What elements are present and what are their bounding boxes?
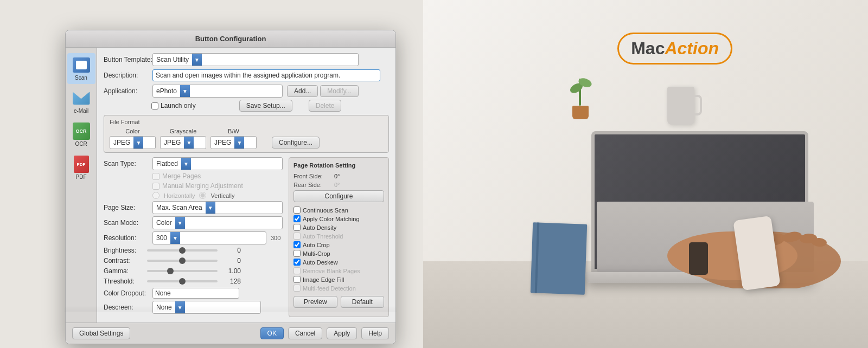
brightness-value: 0 [222, 247, 241, 254]
merge-pages-label: Merge Pages [162, 172, 201, 180]
auto-threshold-checkbox[interactable] [293, 233, 301, 240]
bw-format-label: B/W [228, 128, 239, 134]
bw-format-arrow[interactable]: ▼ [234, 137, 244, 149]
scan-mode-arrow[interactable]: ▼ [175, 217, 185, 229]
remove-blank-pages-checkbox[interactable] [293, 267, 301, 274]
sidebar-item-scan[interactable]: Scan [67, 53, 95, 84]
contrast-slider[interactable] [147, 260, 218, 262]
auto-deskew-checkbox[interactable] [293, 259, 301, 266]
plant-decoration [564, 54, 597, 119]
gamma-label: Gamma: [104, 267, 147, 275]
description-row: Description: [104, 69, 389, 81]
scan-type-arrow[interactable]: ▼ [181, 158, 191, 170]
application-value: ePhoto [153, 86, 180, 96]
cancel-button[interactable]: Cancel [288, 327, 322, 339]
save-setup-button[interactable]: Save Setup... [239, 100, 292, 112]
scan-mode-dropdown[interactable]: Color ▼ [152, 216, 283, 229]
dialog-titlebar: Button Configuration [66, 30, 395, 48]
image-edge-fill-checkbox[interactable] [293, 276, 301, 283]
apply-button[interactable]: Apply [327, 327, 357, 339]
continuous-scan-label: Continuous Scan [303, 207, 348, 214]
button-template-arrow[interactable]: ▼ [192, 54, 202, 66]
rear-side-value: 0° [334, 182, 340, 188]
description-label: Description: [104, 72, 152, 79]
configure-rotation-button[interactable]: Configure [293, 190, 384, 202]
grayscale-format-dropdown[interactable]: JPEG ▼ [160, 136, 206, 149]
auto-density-label: Auto Density [303, 224, 336, 231]
ok-button[interactable]: OK [260, 327, 284, 339]
sidebar: Scan e-Mail OCR OCR PDF PDF [66, 48, 97, 323]
dialog-body: Scan e-Mail OCR OCR PDF PDF [66, 48, 395, 323]
svg-rect-2 [689, 242, 708, 275]
remove-blank-pages-label: Remove Blank Pages [303, 268, 360, 274]
sidebar-item-ocr[interactable]: OCR OCR [67, 119, 95, 150]
launch-only-label: Launch only [161, 102, 196, 109]
button-template-label: Button Template: [104, 56, 152, 63]
auto-density-checkbox[interactable] [293, 224, 301, 231]
global-settings-button[interactable]: Global Settings [72, 327, 130, 339]
multi-crop-row: Multi-Crop [293, 250, 384, 257]
multi-crop-checkbox[interactable] [293, 250, 301, 257]
merge-pages-checkbox[interactable] [152, 173, 159, 180]
color-dropout-select[interactable]: None [152, 288, 239, 299]
color-format-value: JPEG [110, 138, 133, 147]
apply-color-matching-checkbox[interactable] [293, 215, 301, 222]
file-format-section: File Format Color JPEG ▼ Grayscale JPEG [104, 115, 389, 153]
auto-crop-checkbox[interactable] [293, 241, 301, 248]
continuous-scan-checkbox[interactable] [293, 207, 301, 214]
brightness-slider[interactable] [147, 249, 218, 252]
scan-type-label: Scan Type: [104, 160, 152, 167]
manual-merging-label: Manual Merging Adjustment [162, 182, 243, 190]
pdf-icon-img: PDF [74, 156, 89, 173]
vertically-radio[interactable] [199, 192, 206, 199]
page-size-dropdown[interactable]: Max. Scan Area ▼ [152, 201, 283, 214]
bw-format-dropdown[interactable]: JPEG ▼ [210, 136, 257, 149]
application-arrow[interactable]: ▼ [180, 85, 190, 97]
modify-button[interactable]: Modify... [320, 85, 358, 97]
button-template-dropdown[interactable]: Scan Utility ▼ [152, 53, 359, 66]
delete-button[interactable]: Delete [309, 100, 342, 112]
gamma-slider[interactable] [147, 270, 218, 272]
orientation-radio-group: Horizontally Vertically [152, 192, 283, 199]
sidebar-item-email[interactable]: e-Mail [67, 86, 95, 117]
front-side-row: Front Side: 0° [293, 173, 384, 179]
resolution-dropdown[interactable]: 300 ▼ [152, 231, 266, 244]
page-size-row: Page Size: Max. Scan Area ▼ [104, 201, 283, 214]
description-input[interactable] [152, 69, 380, 81]
scan-mode-label: Scan Mode: [104, 219, 152, 227]
multi-feed-checkbox[interactable] [293, 285, 301, 292]
button-configuration-dialog: Button Configuration Scan e-Mail OCR O [65, 30, 396, 344]
configure-format-button[interactable]: Configure... [272, 137, 320, 149]
bw-format-col: B/W JPEG ▼ [210, 128, 257, 149]
apply-color-matching-row: Apply Color Matching [293, 215, 384, 222]
rear-side-label: Rear Side: [293, 182, 334, 188]
horizontally-radio[interactable] [152, 192, 159, 199]
color-format-arrow[interactable]: ▼ [133, 137, 143, 149]
notebook-decoration [531, 222, 587, 294]
apply-color-matching-label: Apply Color Matching [303, 216, 360, 222]
hand-svg [624, 180, 841, 288]
add-button[interactable]: Add... [287, 85, 318, 97]
sidebar-item-pdf[interactable]: PDF PDF [67, 152, 95, 183]
macaction-logo: Mac Action [617, 33, 732, 65]
help-button[interactable]: Help [361, 327, 389, 339]
color-format-col: Color JPEG ▼ [110, 128, 156, 149]
image-edge-fill-label: Image Edge Fill [303, 276, 344, 283]
color-format-dropdown[interactable]: JPEG ▼ [110, 136, 156, 149]
application-row: Application: ePhoto ▼ Add... Modify... [104, 85, 389, 98]
grayscale-format-arrow[interactable]: ▼ [184, 137, 194, 149]
launch-only-checkbox[interactable] [151, 102, 158, 109]
multi-crop-label: Multi-Crop [303, 250, 330, 257]
contrast-value: 0 [222, 257, 241, 265]
scan-type-dropdown[interactable]: Flatbed ▼ [152, 157, 283, 170]
resolution-arrow[interactable]: ▼ [170, 232, 180, 244]
dialog-footer: Global Settings OK Cancel Apply Help [66, 323, 395, 344]
manual-merging-checkbox[interactable] [152, 183, 159, 190]
threshold-slider[interactable] [147, 280, 218, 282]
auto-density-row: Auto Density [293, 224, 384, 231]
brightness-row: Brightness: 0 [104, 247, 283, 254]
scan-type-row: Scan Type: Flatbed ▼ [104, 157, 283, 170]
application-dropdown[interactable]: ePhoto ▼ [152, 85, 283, 98]
contrast-label: Contrast: [104, 257, 147, 265]
page-size-arrow[interactable]: ▼ [206, 202, 215, 214]
